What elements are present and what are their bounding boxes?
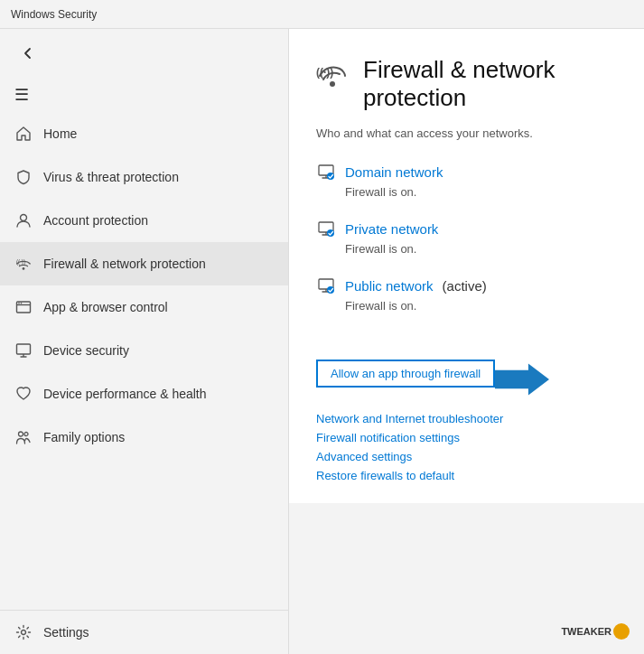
sidebar-item-firewall-label: Firewall & network protection <box>43 257 206 271</box>
svg-point-4 <box>18 303 20 304</box>
sidebar-header <box>0 29 288 78</box>
svg-text:((·)): ((·)) <box>316 66 333 79</box>
sidebar-item-virus-label: Virus & threat protection <box>43 170 179 184</box>
sidebar-item-virus[interactable]: Virus & threat protection <box>0 155 288 199</box>
sidebar-item-home-label: Home <box>43 126 77 141</box>
tweaker-dot <box>613 623 630 640</box>
network-row-domain: Domain network <box>316 162 617 182</box>
domain-network-link[interactable]: Domain network <box>345 164 443 180</box>
actions-area: Allow an app through firewall Network an… <box>316 360 617 485</box>
svg-point-15 <box>327 229 334 237</box>
sidebar-item-appbrowser-label: App & browser control <box>43 300 168 314</box>
title-bar: Windows Security <box>0 0 644 29</box>
page-header: ((·)) Firewall & network protection <box>316 56 617 112</box>
monitor-icon <box>14 341 33 360</box>
sidebar-item-settings[interactable]: Settings <box>0 611 288 654</box>
svg-text:((·)): ((·)) <box>16 258 25 266</box>
heart-icon <box>14 385 33 403</box>
public-network-link[interactable]: Public network <box>345 278 434 294</box>
page-title: Firewall & network protection <box>363 56 617 112</box>
main-content: ((·)) Firewall & network protection Who … <box>289 29 644 503</box>
sidebar-item-devperf-label: Device performance & health <box>43 387 207 401</box>
domain-network-icon <box>316 162 336 182</box>
allow-app-container: Allow an app through firewall <box>316 360 617 398</box>
advanced-settings-link[interactable]: Advanced settings <box>316 447 617 466</box>
divider <box>316 332 617 350</box>
network-section-private: Private network Firewall is on. <box>316 219 617 259</box>
svg-point-9 <box>22 631 26 635</box>
title-bar-label: Windows Security <box>11 8 97 21</box>
family-icon <box>14 428 33 446</box>
svg-point-7 <box>19 432 23 436</box>
firewall-page-icon: ((·)) <box>316 60 349 92</box>
private-network-icon <box>316 219 336 238</box>
sidebar-item-account[interactable]: Account protection <box>0 199 288 242</box>
sidebar-item-family-label: Family options <box>43 430 125 444</box>
sidebar-hamburger[interactable]: ☰ <box>0 78 288 112</box>
sidebar-item-devicesec[interactable]: Device security <box>0 329 288 372</box>
sidebar-item-devperf[interactable]: Device performance & health <box>0 372 288 416</box>
sidebar-bottom: Settings <box>0 610 288 654</box>
network-troubleshooter-link[interactable]: Network and Internet troubleshooter <box>316 409 617 428</box>
public-network-active-badge: (active) <box>443 278 487 294</box>
home-icon <box>14 125 33 143</box>
svg-point-8 <box>24 433 28 436</box>
sidebar-item-home[interactable]: Home <box>0 112 288 155</box>
person-icon <box>14 211 33 229</box>
svg-point-10 <box>330 81 335 87</box>
svg-point-5 <box>21 303 23 304</box>
content-wrapper: ((·)) Firewall & network protection Who … <box>289 29 644 654</box>
private-network-status: Firewall is on. <box>345 242 617 256</box>
allow-app-button[interactable]: Allow an app through firewall <box>316 360 495 388</box>
blue-arrow-graphic <box>495 363 549 396</box>
page-title-block: Firewall & network protection <box>363 56 617 112</box>
private-network-link[interactable]: Private network <box>345 221 438 237</box>
sidebar-item-family[interactable]: Family options <box>0 416 288 459</box>
wifi-icon: ((·)) <box>14 255 33 273</box>
page-subtitle: Who and what can access your networks. <box>316 126 617 140</box>
svg-point-0 <box>21 215 27 221</box>
tweaker-text: TWEAKER <box>561 626 611 637</box>
hamburger-icon: ☰ <box>14 85 29 105</box>
network-row-public: Public network (active) <box>316 276 617 295</box>
svg-point-1 <box>23 267 25 270</box>
domain-network-status: Firewall is on. <box>345 185 617 199</box>
shield-icon <box>14 168 33 186</box>
network-section-domain: Domain network Firewall is on. <box>316 162 617 202</box>
sidebar-item-account-label: Account protection <box>43 213 148 228</box>
tweaker-badge: TWEAKER <box>561 623 630 640</box>
svg-marker-18 <box>495 363 549 395</box>
svg-rect-6 <box>17 344 31 354</box>
sidebar: ☰ Home Virus & threat protection <box>0 29 289 654</box>
public-network-status: Firewall is on. <box>345 299 617 313</box>
sidebar-settings-label: Settings <box>43 625 89 640</box>
svg-point-13 <box>327 173 334 180</box>
sidebar-item-appbrowser[interactable]: App & browser control <box>0 285 288 329</box>
svg-point-17 <box>327 286 334 294</box>
firewall-notification-link[interactable]: Firewall notification settings <box>316 428 617 447</box>
network-section-public: Public network (active) Firewall is on. <box>316 276 617 316</box>
gear-icon <box>14 623 33 641</box>
sidebar-item-firewall[interactable]: ((·)) Firewall & network protection <box>0 242 288 285</box>
network-row-private: Private network <box>316 219 617 238</box>
back-button[interactable] <box>14 40 42 67</box>
browser-icon <box>14 298 33 316</box>
restore-firewalls-link[interactable]: Restore firewalls to default <box>316 466 617 485</box>
public-network-icon <box>316 276 336 295</box>
sidebar-item-devicesec-label: Device security <box>43 343 129 358</box>
